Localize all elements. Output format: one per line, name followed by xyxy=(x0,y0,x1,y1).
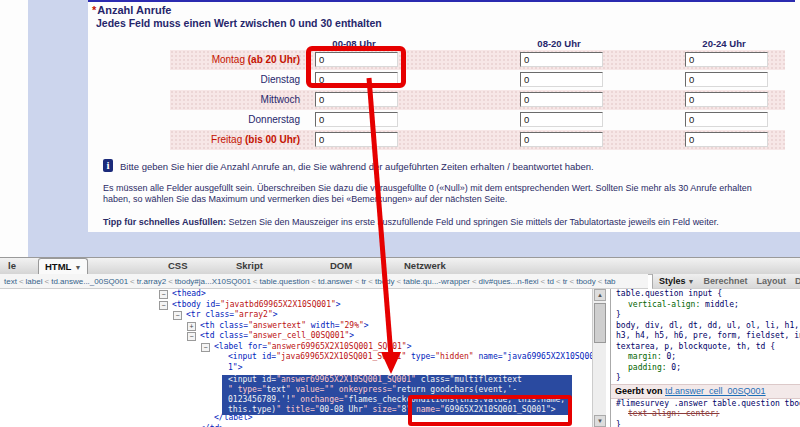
tree-node[interactable]: 1"> xyxy=(0,363,592,374)
breadcrumb-item[interactable]: tbody#ja...X10SQ001 xyxy=(175,277,251,286)
collapse-icon[interactable]: − xyxy=(159,290,168,299)
breadcrumb-separator: < xyxy=(130,277,135,286)
call-count-input[interactable] xyxy=(685,52,768,67)
screen: *Anzahl Anrufe Jedes Feld muss einen Wer… xyxy=(0,0,800,427)
call-count-input[interactable] xyxy=(520,72,603,87)
info-icon: i xyxy=(103,159,113,172)
devtools-tab-dom[interactable]: DOM xyxy=(324,259,358,273)
tree-node[interactable]: −<thead> xyxy=(0,289,592,300)
breadcrumb-separator: < xyxy=(311,277,316,286)
tree-node-markup: <label for="answer69965X2X10SQ001_SQ001"… xyxy=(214,342,412,353)
breadcrumb-item[interactable]: td xyxy=(547,277,554,286)
inherited-label: Geerbt von xyxy=(615,386,663,396)
breadcrumb-separator: < xyxy=(570,277,575,286)
side-tab-layout[interactable]: Layout xyxy=(756,274,786,288)
side-tab-dom[interactable]: DOM xyxy=(795,274,800,288)
breadcrumb-separator: < xyxy=(541,277,546,286)
breadcrumb-separator: < xyxy=(44,277,49,286)
breadcrumb-separator: < xyxy=(472,277,477,286)
page-left-margin xyxy=(28,0,88,232)
call-count-input[interactable] xyxy=(520,92,603,107)
scroll-up-icon[interactable]: ▲ xyxy=(594,289,606,301)
devtools-tab-html[interactable]: HTML▼ xyxy=(38,258,88,275)
question-title-text: Anzahl Anrufe xyxy=(97,4,171,16)
style-rule-line: h3, h4, h5, h6, pre, form, fieldset, inp… xyxy=(611,331,800,342)
expand-icon[interactable]: + xyxy=(187,322,196,331)
breadcrumb-item[interactable]: td.answe..._00SQ001 xyxy=(51,277,128,286)
tree-node[interactable]: <input id="java69965X2X10SQ001_SQ001" ty… xyxy=(0,352,592,363)
call-count-input[interactable] xyxy=(685,92,768,107)
devtools-tab-css[interactable]: CSS xyxy=(162,259,194,273)
breadcrumb-item[interactable]: text xyxy=(4,277,17,286)
tree-node-markup: <input id="java69965X2X10SQ001_SQ001" ty… xyxy=(228,352,592,363)
help-text: Es müssen alle Felder ausgefüllt sein. Ü… xyxy=(103,183,771,205)
breadcrumb-item[interactable]: tbody xyxy=(375,277,395,286)
style-rule-line: body, div, dl, dt, dd, ul, ol, li, h1, h… xyxy=(611,321,800,332)
collapse-icon[interactable]: − xyxy=(173,311,182,320)
breadcrumb-item[interactable]: tr xyxy=(563,277,568,286)
column-header: 08-20 Uhr xyxy=(520,38,598,49)
style-rule-line: vertical-align: middle; xyxy=(611,300,800,311)
scrollbar-thumb[interactable] xyxy=(594,303,606,343)
breadcrumb-separator: < xyxy=(556,277,561,286)
style-rule-line: } xyxy=(611,373,800,384)
call-count-input[interactable] xyxy=(685,72,768,87)
devtools-tab-le[interactable]: le xyxy=(2,259,22,273)
inherited-from-bar: Geerbt von td.answer_cell_00SQ001 xyxy=(611,384,800,399)
call-count-input[interactable] xyxy=(520,112,603,127)
scroll-down-icon[interactable]: ▼ xyxy=(594,415,606,427)
breadcrumb-item[interactable]: div#ques...n-flexi xyxy=(479,277,539,286)
annotation-rect-input xyxy=(306,46,406,88)
tree-node-markup: </td> xyxy=(200,424,224,427)
side-tab-styles[interactable]: Styles▼ xyxy=(659,274,694,288)
breadcrumb-separator: < xyxy=(355,277,360,286)
breadcrumb-item[interactable]: tr xyxy=(361,277,366,286)
breadcrumb-item[interactable]: label xyxy=(26,277,43,286)
breadcrumb-item[interactable]: td.answer xyxy=(318,277,353,286)
breadcrumb-item[interactable]: tbody xyxy=(576,277,596,286)
call-count-input[interactable] xyxy=(315,92,398,107)
breadcrumb-item[interactable]: table.qu...-wrapper xyxy=(403,277,470,286)
breadcrumb-item[interactable]: tr.array2 xyxy=(137,277,166,286)
call-count-input[interactable] xyxy=(520,132,603,147)
tree-node-markup: <td class="answer_cell_00SQ001"> xyxy=(200,331,354,342)
tree-node[interactable]: +<th class="answertext" width="29%"> xyxy=(0,321,592,332)
tree-node-markup: 1"> xyxy=(228,363,242,374)
styles-panel: table.question input {vertical-align: mi… xyxy=(610,289,800,427)
chevron-down-icon: ▼ xyxy=(74,264,81,271)
breadcrumb-separator: < xyxy=(598,277,603,286)
breadcrumb-separator: < xyxy=(397,277,402,286)
tip-label: Tipp für schnelles Ausfüllen: xyxy=(103,217,226,227)
tree-node[interactable]: −<tbody id="javatbd69965X2X10SQ001"> xyxy=(0,300,592,311)
side-tab-berechnet[interactable]: Berechnet xyxy=(703,274,747,288)
call-count-input[interactable] xyxy=(685,112,768,127)
tree-scrollbar[interactable]: ▲ ▼ xyxy=(592,289,606,427)
tree-node[interactable]: −<td class="answer_cell_00SQ001"> xyxy=(0,331,592,342)
call-count-input[interactable] xyxy=(315,132,398,147)
devtools-tab-netzwerk[interactable]: Netzwerk xyxy=(398,259,452,273)
row-label: Freitag (bis 00 Uhr) xyxy=(170,130,300,150)
collapse-icon[interactable]: − xyxy=(187,332,196,341)
question-instruction: Jedes Feld muss einen Wert zwischen 0 un… xyxy=(96,17,382,29)
call-count-input[interactable] xyxy=(520,52,603,67)
call-count-input[interactable] xyxy=(685,132,768,147)
style-rule-line: } xyxy=(611,310,800,321)
table-row: Dienstag xyxy=(170,70,785,90)
breadcrumb-item[interactable]: table.question xyxy=(260,277,310,286)
collapse-icon[interactable]: − xyxy=(201,343,210,352)
tree-node-markup: <th class="answertext" width="29%"> xyxy=(200,321,369,332)
breadcrumb-item[interactable]: tab xyxy=(604,277,615,286)
inherited-from-link[interactable]: td.answer_cell_00SQ001 xyxy=(665,386,766,396)
tip-text: Tipp für schnelles Ausfüllen: Setzen Sie… xyxy=(103,217,793,227)
style-rule-line: table.question input { xyxy=(611,289,800,300)
style-rule-line: padding: 0; xyxy=(611,363,800,374)
tree-node[interactable]: −<label for="answer69965X2X10SQ001_SQ001… xyxy=(0,342,592,353)
style-rule-line: } xyxy=(611,420,800,427)
table-row: Donnerstag xyxy=(170,110,785,130)
tree-node-markup: <tbody id="javatbd69965X2X10SQ001"> xyxy=(172,300,341,311)
collapse-icon[interactable]: − xyxy=(159,301,168,310)
call-count-input[interactable] xyxy=(315,112,398,127)
tree-node[interactable]: −<tr class="array2"> xyxy=(0,310,592,321)
question-top-border xyxy=(88,0,795,2)
devtools-tab-skript[interactable]: Skript xyxy=(230,259,269,273)
